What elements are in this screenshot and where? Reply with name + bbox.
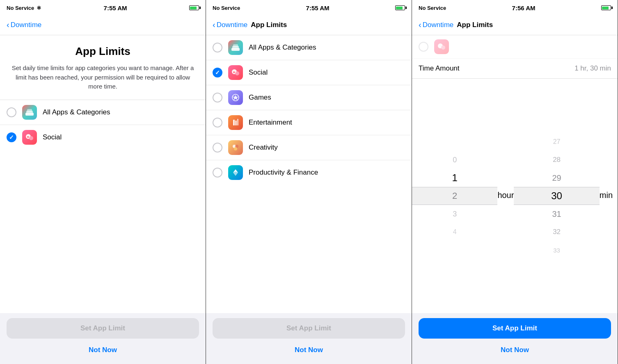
- label-social-1: Social: [43, 133, 62, 141]
- not-now-btn-3[interactable]: Not Now: [419, 343, 611, 357]
- nav-bar-1: ‹ Downtime: [0, 16, 206, 35]
- label-social-2: Social: [249, 68, 268, 77]
- svg-rect-2: [27, 109, 32, 112]
- icon-all-apps-2: [228, 40, 243, 55]
- svg-point-20: [441, 46, 445, 50]
- svg-point-10: [235, 71, 239, 75]
- panel-3: No Service 7:56 AM ‹ Downtime App Limits: [412, 0, 618, 364]
- set-app-limit-btn-2[interactable]: Set App Limit: [213, 318, 405, 339]
- carrier-2: No Service: [213, 5, 240, 11]
- list-item-all-apps-1[interactable]: All Apps & Categories: [0, 100, 206, 125]
- set-app-limit-btn-3[interactable]: Set App Limit: [419, 318, 611, 339]
- status-bar-2: No Service 7:55 AM: [206, 0, 412, 16]
- list-item-productivity-2[interactable]: Productivity & Finance: [206, 160, 412, 185]
- bottom-section-1: Set App Limit Not Now: [0, 313, 206, 364]
- list-item-social-2[interactable]: ♥ Social: [206, 60, 412, 85]
- picker-min-28: 28: [551, 151, 562, 169]
- back-chevron-3: ‹: [419, 20, 421, 30]
- list-section-1: All Apps & Categories ♥ Social: [0, 100, 206, 314]
- min-label-wrapper: min: [600, 79, 618, 313]
- icon-creativity-2: [228, 140, 243, 155]
- back-chevron-1: ‹: [7, 20, 9, 30]
- picker-min-30: 30: [551, 187, 562, 205]
- svg-point-18: [234, 147, 237, 150]
- partial-item-3: [412, 35, 618, 59]
- back-button-3[interactable]: ‹ Downtime: [419, 20, 453, 30]
- not-now-btn-2[interactable]: Not Now: [213, 343, 405, 357]
- svg-text:♥: ♥: [233, 71, 235, 74]
- content-1: App Limits Set daily time limits for app…: [0, 35, 206, 313]
- carrier-3: No Service: [419, 5, 446, 11]
- radio-all-apps-2[interactable]: [213, 43, 222, 52]
- wifi-icon-1: ⚛︎: [37, 5, 41, 11]
- icon-entertainment-2: [228, 115, 243, 130]
- label-entertainment-2: Entertainment: [249, 118, 292, 127]
- intro-section: App Limits Set daily time limits for app…: [0, 35, 206, 100]
- back-button-2[interactable]: ‹ Downtime: [213, 20, 247, 30]
- nav-title-3: App Limits: [457, 21, 493, 29]
- time-picker[interactable]: 0 1 2 3 4 hour 27 28 29 30 31: [412, 79, 618, 313]
- svg-rect-14: [235, 121, 237, 125]
- radio-social-1[interactable]: [7, 132, 16, 142]
- nav-bar-2: ‹ Downtime App Limits: [206, 16, 412, 35]
- hour-label: hour: [497, 191, 514, 200]
- icon-games-2: [228, 90, 243, 105]
- icon-social-2: ♥: [228, 65, 243, 80]
- minutes-picker-col[interactable]: 27 28 29 30 31 32 33: [514, 79, 599, 313]
- picker-min-29: 29: [551, 169, 562, 187]
- radio-creativity-2[interactable]: [213, 143, 222, 152]
- icon-productivity-2: [228, 165, 243, 180]
- label-productivity-2: Productivity & Finance: [249, 168, 318, 177]
- bottom-section-3: Set App Limit Not Now: [412, 313, 618, 364]
- panel-2: No Service 7:55 AM ‹ Downtime App Limits: [206, 0, 412, 364]
- min-label: min: [600, 191, 613, 200]
- status-left-2: No Service: [213, 5, 240, 11]
- hours-picker-col[interactable]: 0 1 2 3 4: [412, 79, 497, 313]
- minutes-items: 27 28 29 30 31 32 33: [551, 133, 562, 259]
- picker-hour-0: 0: [452, 151, 458, 169]
- status-left-3: No Service: [419, 5, 446, 11]
- list-item-all-apps-2[interactable]: All Apps & Categories: [206, 35, 412, 60]
- back-text-1: Downtime: [11, 21, 42, 29]
- time-1: 7:55 AM: [104, 5, 127, 11]
- battery-icon-2: [395, 5, 405, 10]
- radio-productivity-2[interactable]: [213, 168, 222, 177]
- back-text-3: Downtime: [423, 21, 454, 29]
- content-2: All Apps & Categories ♥ Social: [206, 35, 412, 313]
- nav-title-2: App Limits: [251, 21, 287, 29]
- app-limits-desc: Set daily time limits for app categories…: [10, 64, 196, 91]
- radio-games-2[interactable]: [213, 93, 222, 102]
- status-left-1: No Service ⚛︎: [7, 5, 41, 11]
- radio-all-apps-1[interactable]: [7, 107, 16, 117]
- icon-all-apps-1: [22, 105, 37, 120]
- radio-social-2[interactable]: [213, 68, 222, 77]
- picker-min-27: 27: [551, 133, 562, 151]
- svg-point-4: [29, 136, 33, 140]
- picker-min-31: 31: [551, 205, 562, 223]
- list-item-games-2[interactable]: Games: [206, 85, 412, 110]
- picker-hour-4: 4: [452, 223, 458, 241]
- status-right-3: [601, 5, 611, 10]
- picker-min-33: 33: [551, 241, 562, 259]
- svg-text:♥: ♥: [27, 135, 29, 139]
- svg-rect-15: [237, 119, 238, 125]
- label-all-apps-2: All Apps & Categories: [249, 43, 316, 52]
- label-all-apps-1: All Apps & Categories: [43, 108, 110, 116]
- back-button-1[interactable]: ‹ Downtime: [7, 20, 41, 30]
- svg-rect-8: [233, 44, 238, 47]
- time-3: 7:56 AM: [512, 5, 536, 11]
- radio-entertainment-2[interactable]: [213, 118, 222, 127]
- list-item-entertainment-2[interactable]: Entertainment: [206, 110, 412, 135]
- not-now-btn-1[interactable]: Not Now: [7, 343, 199, 357]
- status-right-2: [395, 5, 405, 10]
- battery-icon-1: [189, 5, 199, 10]
- label-creativity-2: Creativity: [249, 143, 278, 152]
- list-section-2: All Apps & Categories ♥ Social: [206, 35, 412, 313]
- set-app-limit-btn-1[interactable]: Set App Limit: [7, 318, 199, 339]
- list-item-creativity-2[interactable]: Creativity: [206, 135, 412, 160]
- carrier-1: No Service: [7, 5, 34, 11]
- list-item-social-1[interactable]: ♥ Social: [0, 125, 206, 150]
- partial-radio-3: [419, 42, 428, 52]
- status-bar-3: No Service 7:56 AM: [412, 0, 618, 16]
- picker-min-32: 32: [551, 223, 562, 241]
